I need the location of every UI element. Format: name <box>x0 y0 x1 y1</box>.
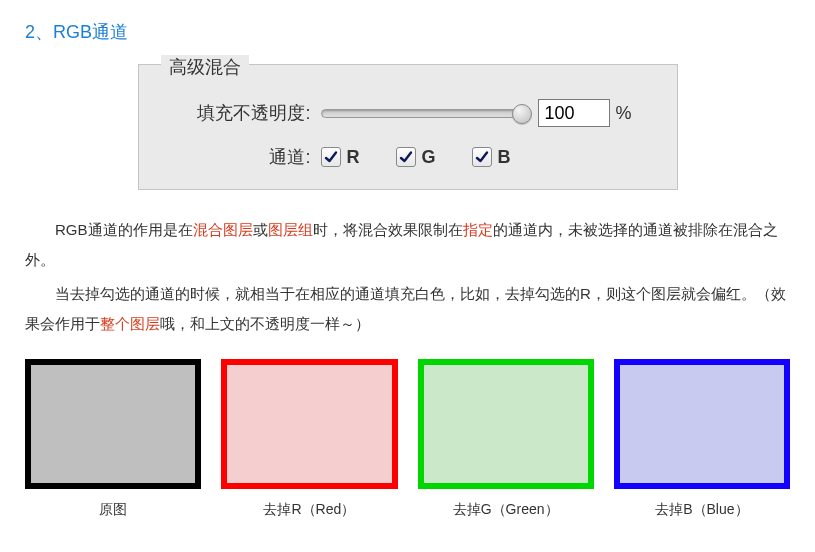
check-icon <box>399 150 413 164</box>
swatch-item-no-g: 去掉G（Green） <box>418 359 594 519</box>
paragraph-2: 当去掉勾选的通道的时候，就相当于在相应的通道填充白色，比如，去掉勾选的R，则这个… <box>25 279 790 339</box>
text: 哦，和上文的不透明度一样～） <box>160 315 370 332</box>
channel-g-checkbox[interactable]: G <box>396 147 436 168</box>
opacity-row: 填充不透明度: % <box>161 99 655 127</box>
opacity-unit: % <box>616 103 632 124</box>
channel-checks: R G B <box>321 147 511 168</box>
advanced-blend-panel: 高级混合 填充不透明度: % 通道: R <box>138 64 678 190</box>
panel-container: 高级混合 填充不透明度: % 通道: R <box>25 64 790 190</box>
swatch-label: 去掉B（Blue） <box>655 501 748 519</box>
opacity-slider[interactable] <box>321 102 526 124</box>
checkbox-box <box>396 147 416 167</box>
slider-thumb-icon[interactable] <box>512 104 532 124</box>
swatch-item-no-b: 去掉B（Blue） <box>614 359 790 519</box>
swatch-original <box>25 359 201 489</box>
opacity-label: 填充不透明度: <box>161 101 311 125</box>
swatch-no-b <box>614 359 790 489</box>
swatch-no-r <box>221 359 397 489</box>
opacity-input[interactable] <box>538 99 610 127</box>
highlight-text: 整个图层 <box>100 315 160 332</box>
highlight-text: 混合图层 <box>193 221 253 238</box>
channel-label: G <box>422 147 436 168</box>
checkbox-box <box>321 147 341 167</box>
swatch-row: 原图 去掉R（Red） 去掉G（Green） 去掉B（Blue） <box>25 359 790 519</box>
swatch-label: 去掉R（Red） <box>263 501 355 519</box>
paragraph-1: RGB通道的作用是在混合图层或图层组时，将混合效果限制在指定的通道内，未被选择的… <box>25 215 790 275</box>
text: 或 <box>253 221 268 238</box>
text: RGB通道的作用是在 <box>55 221 193 238</box>
swatch-item-original: 原图 <box>25 359 201 519</box>
highlight-text: 指定 <box>463 221 493 238</box>
channel-label: R <box>347 147 360 168</box>
channels-row: 通道: R G B <box>161 145 655 169</box>
check-icon <box>324 150 338 164</box>
swatch-label: 原图 <box>99 501 127 519</box>
check-icon <box>475 150 489 164</box>
channel-r-checkbox[interactable]: R <box>321 147 360 168</box>
highlight-text: 图层组 <box>268 221 313 238</box>
swatch-item-no-r: 去掉R（Red） <box>221 359 397 519</box>
channels-label: 通道: <box>161 145 311 169</box>
text: 时，将混合效果限制在 <box>313 221 463 238</box>
channel-b-checkbox[interactable]: B <box>472 147 511 168</box>
channel-label: B <box>498 147 511 168</box>
slider-track <box>321 109 526 118</box>
panel-legend: 高级混合 <box>161 55 249 79</box>
swatch-label: 去掉G（Green） <box>453 501 559 519</box>
checkbox-box <box>472 147 492 167</box>
swatch-no-g <box>418 359 594 489</box>
section-title: 2、RGB通道 <box>25 20 790 44</box>
